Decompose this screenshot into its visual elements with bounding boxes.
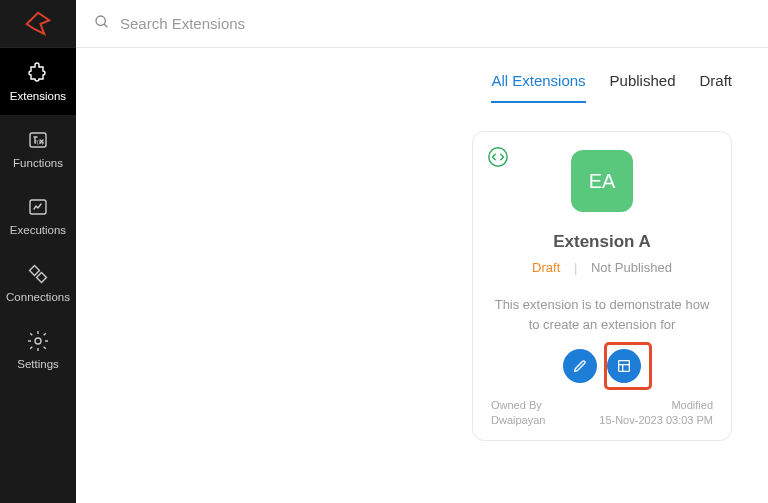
sidebar-item-functions[interactable]: f(x) Functions <box>0 115 76 182</box>
sidebar-item-executions[interactable]: Executions <box>0 182 76 249</box>
sidebar-item-extensions[interactable]: Extensions <box>0 48 76 115</box>
svg-line-7 <box>104 24 107 27</box>
topbar <box>76 0 768 48</box>
logo-icon <box>23 9 53 39</box>
function-icon: f(x) <box>26 128 50 152</box>
sidebar-item-settings[interactable]: Settings <box>0 316 76 383</box>
extension-avatar: EA <box>571 150 633 212</box>
sidebar-item-connections[interactable]: Connections <box>0 249 76 316</box>
sidebar-label: Executions <box>10 224 66 236</box>
extension-card[interactable]: EA Extension A Draft | Not Published Thi… <box>472 131 732 441</box>
details-button[interactable] <box>607 349 641 383</box>
pencil-icon <box>572 358 588 374</box>
sidebar-label: Connections <box>6 291 70 303</box>
svg-rect-9 <box>619 361 630 372</box>
app-logo[interactable] <box>0 0 76 48</box>
status-published: Not Published <box>591 260 672 275</box>
svg-rect-3 <box>30 266 40 276</box>
card-grid: EA Extension A Draft | Not Published Thi… <box>100 131 744 441</box>
meta-modified: Modified 15-Nov-2023 03:03 PM <box>599 399 713 426</box>
status-separator: | <box>574 260 577 275</box>
svg-rect-4 <box>37 273 47 283</box>
tab-draft[interactable]: Draft <box>699 72 732 103</box>
extension-description: This extension is to demonstrate how to … <box>491 295 713 335</box>
sidebar-label: Functions <box>13 157 63 169</box>
sidebar-label: Extensions <box>10 90 66 102</box>
owned-by-label: Owned By <box>491 399 545 411</box>
sidebar-label: Settings <box>17 358 59 370</box>
meta-row: Owned By Dwaipayan Modified 15-Nov-2023 … <box>491 399 713 426</box>
extension-title: Extension A <box>491 232 713 252</box>
status-draft: Draft <box>532 260 560 275</box>
grid-icon <box>616 358 632 374</box>
search-input[interactable] <box>120 15 750 32</box>
sidebar: Extensions f(x) Functions Executions Con… <box>0 0 76 503</box>
search-icon <box>94 14 110 34</box>
main-area: All Extensions Published Draft EA Extens… <box>76 0 768 503</box>
code-badge-icon <box>487 146 509 168</box>
tab-published[interactable]: Published <box>610 72 676 103</box>
content: All Extensions Published Draft EA Extens… <box>76 48 768 503</box>
modified-value: 15-Nov-2023 03:03 PM <box>599 414 713 426</box>
puzzle-icon <box>26 61 50 85</box>
tab-all-extensions[interactable]: All Extensions <box>491 72 585 103</box>
executions-icon <box>26 195 50 219</box>
connections-icon <box>26 262 50 286</box>
tabs: All Extensions Published Draft <box>100 48 744 103</box>
meta-owned: Owned By Dwaipayan <box>491 399 545 426</box>
owned-by-value: Dwaipayan <box>491 414 545 426</box>
svg-point-6 <box>96 16 105 25</box>
edit-button[interactable] <box>563 349 597 383</box>
action-row <box>491 349 713 383</box>
status-row: Draft | Not Published <box>491 260 713 275</box>
app-root: Extensions f(x) Functions Executions Con… <box>0 0 768 503</box>
svg-text:f(x): f(x) <box>35 139 44 145</box>
svg-point-5 <box>35 338 41 344</box>
modified-label: Modified <box>671 399 713 411</box>
gear-icon <box>26 329 50 353</box>
